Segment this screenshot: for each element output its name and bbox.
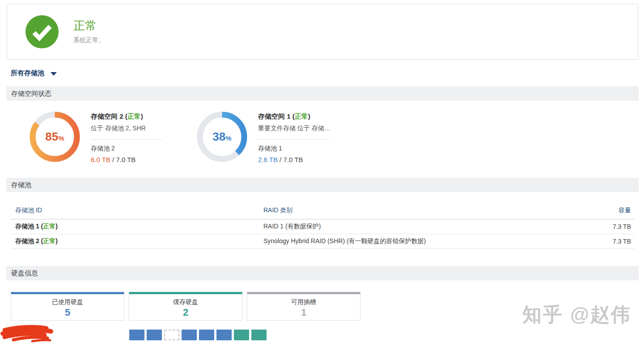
volume-usage-donut: 38%	[197, 111, 247, 162]
used-disks-card: 已使用硬盘 5	[11, 292, 124, 321]
disk-slot-cache[interactable]	[251, 330, 267, 340]
pool-filter-label: 所有存储池	[11, 69, 44, 77]
disk-slot-used[interactable]	[147, 330, 162, 340]
volume-location: 位于 存储池 2, SHR	[91, 124, 163, 133]
storage-manager-overview: 正常 系统正常。 所有存储池 存储空间状态 85%	[0, 0, 644, 343]
raid-type-cell: RAID 1 (有数据保护)	[263, 223, 585, 231]
divider	[91, 139, 162, 140]
disk-slot-used[interactable]	[216, 330, 232, 340]
volume-pool-name: 存储池 1	[258, 145, 330, 153]
cache-disks-label: 缓存硬盘	[129, 298, 242, 306]
capacity-cell: 7.3 TB	[585, 238, 635, 245]
volume-card: 38% 存储空间 1 (正常) 重要文件存储 位于 存储池 1, R… 存储池 …	[197, 111, 330, 163]
used-disks-label: 已使用硬盘	[11, 298, 124, 306]
pool-id-cell: 存储池 2 (正常)	[11, 237, 263, 245]
volume-pool-name: 存储池 2	[91, 145, 163, 153]
raid-type-cell: Synology Hybrid RAID (SHR) (有一颗硬盘的容错保护数据…	[263, 237, 585, 245]
pool-table: 存储池 ID RAID 类别 容量 存储池 1 (正常) RAID 1 (有数据…	[11, 202, 635, 249]
disk-slot-empty[interactable]	[164, 330, 179, 340]
column-header-capacity[interactable]: 容量	[585, 206, 635, 214]
table-row[interactable]: 存储池 1 (正常) RAID 1 (有数据保护) 7.3 TB	[11, 219, 635, 234]
capacity-cell: 7.3 TB	[585, 223, 635, 230]
free-slots-label: 可用插槽	[247, 298, 360, 306]
volume-usage-donut: 85%	[30, 111, 80, 162]
disk-slot-used[interactable]	[182, 330, 197, 340]
cache-disks-card: 缓存硬盘 2	[129, 292, 242, 321]
column-header-pool-id[interactable]: 存储池 ID	[11, 206, 263, 214]
volume-card: 85% 存储空间 2 (正常) 位于 存储池 2, SHR 存储池 2 6.0 …	[30, 111, 163, 163]
volume-title: 存储空间 1 (正常)	[258, 112, 330, 121]
section-header-disks: 硬盘信息	[6, 266, 639, 280]
status-title: 正常	[73, 19, 105, 32]
volume-percent: 38%	[197, 111, 247, 162]
free-slots-value: 1	[247, 307, 360, 318]
section-header-pools: 存储池	[6, 178, 639, 192]
status-ok-icon	[25, 15, 59, 48]
volume-usage-text: 2.6 TB / 7.0 TB	[258, 156, 330, 163]
pool-id-cell: 存储池 1 (正常)	[11, 223, 263, 231]
cache-disks-value: 2	[129, 307, 242, 318]
chevron-down-icon	[51, 72, 57, 76]
column-header-raid-type[interactable]: RAID 类别	[263, 206, 585, 214]
disk-slot-cache[interactable]	[234, 330, 249, 340]
disk-slots	[129, 330, 267, 340]
status-subtitle: 系统正常。	[73, 36, 105, 44]
table-row[interactable]: 存储池 2 (正常) Synology Hybrid RAID (SHR) (有…	[11, 234, 635, 249]
section-header-volume-status: 存储空间状态	[6, 86, 639, 101]
disk-summary-cards: 已使用硬盘 5 缓存硬盘 2 可用插槽 1	[11, 292, 360, 321]
volume-usage-text: 6.0 TB / 7.0 TB	[91, 156, 163, 163]
volume-title: 存储空间 2 (正常)	[91, 112, 163, 121]
volume-location: 重要文件存储 位于 存储池 1, R…	[258, 124, 330, 133]
watermark: 知乎 @赵伟	[522, 302, 631, 328]
pool-table-header: 存储池 ID RAID 类别 容量	[11, 202, 635, 219]
divider	[258, 139, 330, 140]
free-slots-card: 可用插槽 1	[247, 292, 360, 321]
volume-percent: 85%	[30, 111, 80, 162]
disk-slot-used[interactable]	[129, 330, 144, 340]
red-scribble-annotation	[0, 323, 59, 343]
disk-slot-used[interactable]	[199, 330, 214, 340]
system-status-card: 正常 系统正常。	[7, 4, 638, 60]
pool-filter-dropdown[interactable]: 所有存储池	[11, 69, 57, 77]
used-disks-value: 5	[11, 307, 124, 318]
